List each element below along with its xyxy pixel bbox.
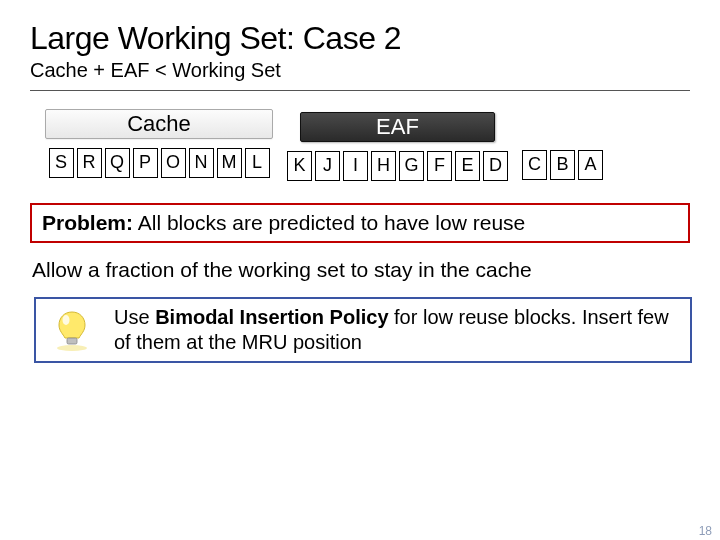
tip-text: Use Bimodal Insertion Policy for low reu… [114, 305, 680, 355]
cache-label: Cache [45, 109, 273, 139]
problem-callout: Problem: All blocks are predicted to hav… [30, 203, 690, 243]
cache-cell: L [245, 148, 270, 178]
extra-column: CBA [522, 150, 603, 180]
eaf-cell: I [343, 151, 368, 181]
tip-pre: Use [114, 306, 155, 328]
lightbulb-icon [48, 306, 96, 354]
page-number: 18 [699, 524, 712, 538]
svg-rect-1 [67, 338, 77, 344]
eaf-cell: K [287, 151, 312, 181]
eaf-cell: H [371, 151, 396, 181]
cache-cells: SRQPONML [49, 148, 270, 178]
svg-point-2 [63, 315, 70, 325]
slide-title: Large Working Set: Case 2 [30, 20, 690, 57]
tip-callout: Use Bimodal Insertion Policy for low reu… [34, 297, 692, 363]
cache-cell: M [217, 148, 242, 178]
allow-text: Allow a fraction of the working set to s… [32, 257, 690, 283]
tip-bold: Bimodal Insertion Policy [155, 306, 394, 328]
eaf-cell: D [483, 151, 508, 181]
cache-cell: O [161, 148, 186, 178]
eaf-cell: G [399, 151, 424, 181]
cache-cell: P [133, 148, 158, 178]
cache-cell: S [49, 148, 74, 178]
cache-cell: N [189, 148, 214, 178]
extra-cell: B [550, 150, 575, 180]
problem-text: All blocks are predicted to have low reu… [138, 211, 526, 234]
eaf-cell: J [315, 151, 340, 181]
eaf-cells: KJIHGFED [287, 151, 508, 181]
eaf-label: EAF [300, 112, 495, 142]
problem-label: Problem: [42, 211, 133, 234]
extra-cell: C [522, 150, 547, 180]
diagram-row: Cache SRQPONML EAF KJIHGFED CBA [45, 109, 690, 181]
eaf-cell: F [427, 151, 452, 181]
cache-column: Cache SRQPONML [45, 109, 273, 178]
cache-cell: Q [105, 148, 130, 178]
extra-cell: A [578, 150, 603, 180]
extra-cells: CBA [522, 150, 603, 180]
cache-cell: R [77, 148, 102, 178]
eaf-column: EAF KJIHGFED [287, 112, 508, 181]
eaf-cell: E [455, 151, 480, 181]
svg-point-0 [57, 345, 87, 351]
slide-subtitle: Cache + EAF < Working Set [30, 59, 690, 91]
